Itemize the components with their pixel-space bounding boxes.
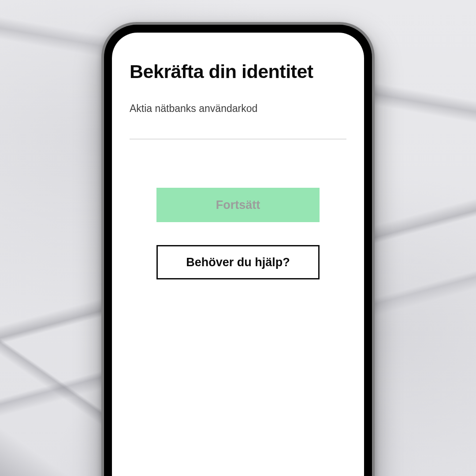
usercode-label: Aktia nätbanks användarkod: [130, 103, 257, 114]
button-group: Fortsätt Behöver du hjälp?: [130, 188, 346, 279]
help-button[interactable]: Behöver du hjälp?: [156, 245, 320, 279]
phone-bezel: Bekräfta din identitet Aktia nätbanks an…: [104, 25, 372, 476]
usercode-input[interactable]: [130, 115, 346, 139]
continue-button[interactable]: Fortsätt: [156, 188, 320, 222]
app-screen: Bekräfta din identitet Aktia nätbanks an…: [112, 33, 364, 476]
phone-frame: Bekräfta din identitet Aktia nätbanks an…: [101, 22, 375, 476]
page-title: Bekräfta din identitet: [130, 61, 346, 82]
